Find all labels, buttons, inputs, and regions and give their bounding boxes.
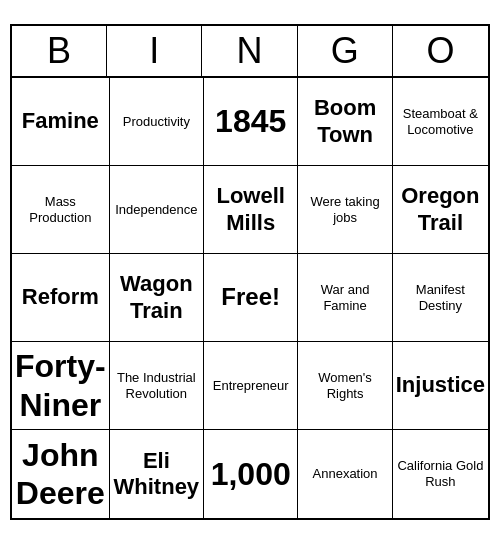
- bingo-cell: Lowell Mills: [204, 166, 298, 254]
- bingo-cell: Wagon Train: [110, 254, 204, 342]
- bingo-cell: John Deere: [12, 430, 110, 518]
- bingo-cell: 1845: [204, 78, 298, 166]
- header-letter: I: [107, 26, 202, 76]
- bingo-cell: Famine: [12, 78, 110, 166]
- bingo-cell: California Gold Rush: [393, 430, 488, 518]
- bingo-cell: Women's Rights: [298, 342, 392, 430]
- header-letter: G: [298, 26, 393, 76]
- bingo-cell: Oregon Trail: [393, 166, 488, 254]
- bingo-cell: Mass Production: [12, 166, 110, 254]
- bingo-cell: Boom Town: [298, 78, 392, 166]
- bingo-cell: Productivity: [110, 78, 204, 166]
- bingo-cell: Injustice: [393, 342, 488, 430]
- bingo-cell: Eli Whitney: [110, 430, 204, 518]
- bingo-header: BINGO: [12, 26, 488, 78]
- bingo-cell: Entrepreneur: [204, 342, 298, 430]
- bingo-cell: Reform: [12, 254, 110, 342]
- bingo-cell: Steamboat & Locomotive: [393, 78, 488, 166]
- bingo-grid: FamineProductivity1845Boom TownSteamboat…: [12, 78, 488, 518]
- bingo-cell: War and Famine: [298, 254, 392, 342]
- bingo-cell: Manifest Destiny: [393, 254, 488, 342]
- bingo-cell: 1,000: [204, 430, 298, 518]
- bingo-cell: Were taking jobs: [298, 166, 392, 254]
- bingo-card: BINGO FamineProductivity1845Boom TownSte…: [10, 24, 490, 520]
- bingo-cell: The Industrial Revolution: [110, 342, 204, 430]
- bingo-cell: Independence: [110, 166, 204, 254]
- bingo-cell: Free!: [204, 254, 298, 342]
- header-letter: O: [393, 26, 488, 76]
- bingo-cell: Annexation: [298, 430, 392, 518]
- bingo-cell: Forty-Niner: [12, 342, 110, 430]
- header-letter: B: [12, 26, 107, 76]
- header-letter: N: [202, 26, 297, 76]
